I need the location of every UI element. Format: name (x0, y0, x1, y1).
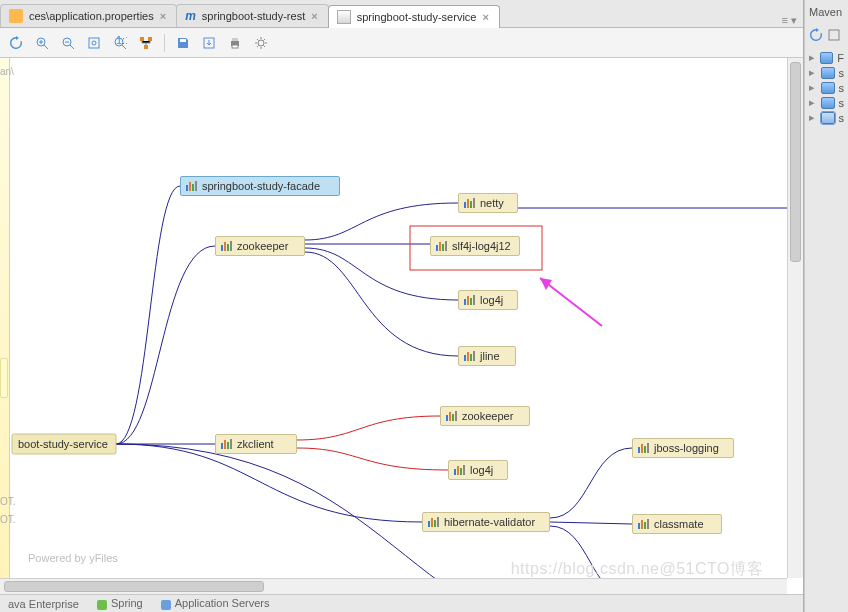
layout-icon[interactable] (136, 33, 156, 53)
print-icon[interactable] (225, 33, 245, 53)
status-bar: ava Enterprise Spring Application Server… (0, 594, 803, 612)
svg-rect-12 (232, 38, 238, 41)
node-label: zookeeper (462, 410, 513, 422)
svg-rect-47 (230, 439, 232, 449)
node-label: classmate (654, 518, 704, 530)
node-label: jboss-logging (654, 442, 719, 454)
dependency-node[interactable]: zookeeper (215, 236, 305, 256)
svg-rect-66 (644, 522, 646, 529)
node-label: netty (480, 197, 504, 209)
tree-item[interactable]: ▸s (807, 95, 846, 110)
svg-rect-24 (221, 245, 223, 251)
svg-rect-40 (464, 355, 466, 361)
tab-springboot-study-service[interactable]: springboot-study-service × (328, 5, 500, 28)
save-icon[interactable] (173, 33, 193, 53)
settings-icon[interactable] (251, 33, 271, 53)
svg-rect-35 (445, 241, 447, 251)
refresh-icon[interactable] (809, 28, 823, 42)
collapse-icon[interactable] (827, 28, 841, 42)
close-icon[interactable]: × (160, 10, 166, 22)
close-icon[interactable]: × (311, 10, 317, 22)
close-icon[interactable]: × (482, 11, 488, 23)
svg-rect-20 (186, 185, 188, 191)
svg-rect-64 (638, 523, 640, 529)
zoom-out-icon[interactable] (58, 33, 78, 53)
svg-text:1:1: 1:1 (116, 36, 127, 46)
svg-rect-29 (467, 199, 469, 208)
zoom-fit-icon[interactable] (84, 33, 104, 53)
svg-rect-63 (647, 443, 649, 453)
dependency-node[interactable]: hibernate-validator (422, 512, 550, 532)
scrollbar-horizontal[interactable] (0, 578, 787, 594)
dependency-node[interactable]: jline (458, 346, 516, 366)
diagram-canvas[interactable]: an\ OT. OT. (0, 58, 803, 594)
status-item[interactable]: Spring (97, 597, 143, 609)
node-label: log4j (470, 464, 493, 476)
svg-rect-50 (452, 414, 454, 421)
scrollbar-vertical[interactable] (787, 58, 803, 578)
svg-rect-58 (434, 520, 436, 527)
svg-rect-28 (464, 202, 466, 208)
status-item[interactable]: ava Enterprise (8, 598, 79, 610)
tab-label: ces\application.properties (29, 10, 154, 22)
svg-rect-44 (221, 443, 223, 449)
svg-point-14 (258, 40, 264, 46)
tab-label: springboot-study-service (357, 11, 477, 23)
tab-springboot-study-rest[interactable]: m springboot-study-rest × (176, 4, 328, 27)
svg-rect-8 (144, 45, 148, 49)
watermark: https://blog.csdn.ne@51CTO博客 (511, 559, 763, 580)
tab-list-icon[interactable]: ≡ ▾ (782, 14, 797, 27)
svg-rect-49 (449, 412, 451, 421)
dependency-node[interactable]: classmate (632, 514, 722, 534)
svg-rect-32 (436, 245, 438, 251)
svg-rect-51 (455, 411, 457, 421)
refresh-icon[interactable] (6, 33, 26, 53)
tool-window-title: Maven (805, 0, 848, 26)
svg-rect-62 (644, 446, 646, 453)
status-item[interactable]: Application Servers (161, 597, 270, 609)
dependency-node[interactable]: zookeeper (440, 406, 530, 426)
svg-rect-76 (829, 30, 839, 40)
dependency-node[interactable]: springboot-study-facade (180, 176, 340, 196)
svg-rect-26 (227, 244, 229, 251)
maven-file-icon: m (185, 9, 196, 23)
svg-rect-48 (446, 415, 448, 421)
svg-rect-61 (641, 444, 643, 453)
svg-rect-21 (189, 182, 191, 191)
svg-rect-39 (473, 295, 475, 305)
svg-rect-30 (470, 201, 472, 208)
svg-rect-2 (89, 38, 99, 48)
svg-rect-31 (473, 198, 475, 208)
svg-rect-41 (467, 352, 469, 361)
svg-rect-46 (227, 442, 229, 449)
svg-rect-22 (192, 184, 194, 191)
zoom-in-icon[interactable] (32, 33, 52, 53)
svg-rect-37 (467, 296, 469, 305)
dependency-node[interactable]: slf4j-log4j12 (430, 236, 520, 256)
diagram-toolbar: 1:1 (0, 28, 803, 58)
svg-rect-23 (195, 181, 197, 191)
svg-rect-9 (180, 39, 186, 42)
tree-item[interactable]: ▸s (807, 65, 846, 80)
svg-rect-34 (442, 244, 444, 251)
svg-rect-67 (647, 519, 649, 529)
dependency-node[interactable]: netty (458, 193, 518, 213)
maven-tool-window: Maven ▸F ▸s ▸s ▸s ▸s (804, 0, 848, 612)
svg-rect-36 (464, 299, 466, 305)
dependency-node[interactable]: log4j (458, 290, 518, 310)
svg-rect-60 (638, 447, 640, 453)
svg-rect-7 (148, 37, 152, 41)
export-icon[interactable] (199, 33, 219, 53)
tree-item[interactable]: ▸s (807, 110, 846, 125)
zoom-actual-icon[interactable]: 1:1 (110, 33, 130, 53)
svg-rect-38 (470, 298, 472, 305)
tab-application-properties[interactable]: ces\application.properties × (0, 4, 177, 27)
node-label: log4j (480, 294, 503, 306)
tree-item[interactable]: ▸s (807, 80, 846, 95)
svg-rect-33 (439, 242, 441, 251)
dependency-node[interactable]: log4j (448, 460, 508, 480)
dependency-node[interactable]: jboss-logging (632, 438, 734, 458)
dependency-node[interactable]: zkclient (215, 434, 297, 454)
svg-point-3 (92, 41, 96, 45)
tree-item[interactable]: ▸F (807, 50, 846, 65)
